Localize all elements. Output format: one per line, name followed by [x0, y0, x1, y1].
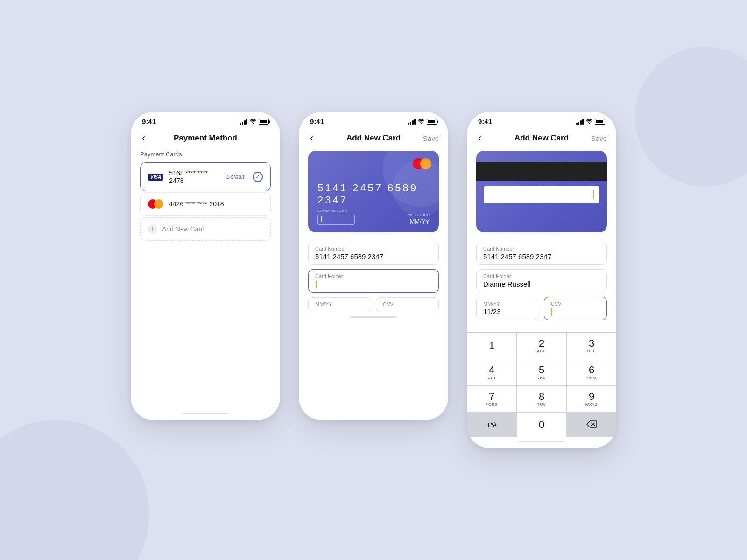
card-item-visa[interactable]: VISA 5168 **** **** 2478 Default ✓: [140, 162, 271, 191]
save-button-2[interactable]: Save: [423, 134, 439, 142]
cvv-field-cursor: [551, 308, 552, 316]
status-icons-3: [576, 119, 606, 125]
numpad-5-main: 5: [539, 365, 544, 375]
numpad-9-sub: WXYZ: [585, 402, 598, 406]
card-holder-value-3: Dianne Russell: [483, 280, 600, 288]
numpad-key-8[interactable]: 8 TUV: [517, 386, 566, 412]
numpad-0-main: 0: [539, 420, 544, 430]
form-phone-2: Card Number 5141 2457 6589 2347 Card Hol…: [299, 242, 448, 312]
wifi-icon-3: [586, 119, 592, 125]
numpad-key-3[interactable]: 3 DEF: [567, 333, 616, 359]
card-number-label-2: Card Number: [315, 246, 432, 252]
card-cvv-area: [484, 186, 599, 203]
status-icons-1: [240, 119, 269, 125]
back-button-1[interactable]: ‹: [140, 131, 147, 145]
phone-2: 9:41 ‹ Add New Card Save: [299, 112, 448, 420]
numpad-key-1[interactable]: 1: [467, 333, 516, 359]
numpad-4-main: 4: [489, 365, 494, 375]
card-number-field-3[interactable]: Card Number 5141 2457 6589 2347: [476, 242, 607, 265]
wifi-icon-2: [418, 119, 424, 125]
signal-icon-3: [576, 119, 584, 125]
numpad-9-main: 9: [589, 392, 594, 402]
numpad-key-2[interactable]: 2 ABC: [517, 333, 566, 359]
numpad-1-main: 1: [489, 341, 494, 351]
card-number-mc: 4426 **** **** 2018: [169, 200, 263, 208]
check-icon: ✓: [253, 172, 263, 182]
mmyy-field-2[interactable]: MM/YY: [308, 297, 371, 312]
card-magnetic-stripe: [476, 162, 607, 181]
cvv-value-3: [551, 308, 600, 316]
mmyy-field-3[interactable]: MM/YY 11/23: [476, 297, 539, 320]
numpad-2-main: 2: [539, 338, 544, 349]
section-label: Payment Cards: [140, 151, 271, 158]
card-holder-field-3[interactable]: Card Holder Dianne Russell: [476, 269, 607, 292]
numpad-8-sub: TUV: [537, 402, 546, 406]
cvv-label-2: CVV: [383, 301, 432, 307]
card-holder-input-display: [317, 214, 355, 225]
numpad-7-main: 7: [489, 392, 494, 402]
signal-icon-2: [408, 119, 416, 125]
screen-title-3: Add New Card: [514, 133, 569, 143]
status-time-1: 9:41: [142, 118, 156, 126]
battery-icon-2: [427, 119, 437, 125]
status-bar-1: 9:41: [131, 112, 280, 127]
card-number-label-3: Card Number: [483, 246, 600, 252]
card-item-mastercard[interactable]: 4426 **** **** 2018: [140, 192, 271, 216]
status-icons-2: [408, 119, 437, 125]
cvv-label-3: CVV: [551, 301, 600, 307]
card-number-field-2[interactable]: Card Number 5141 2457 6589 2347: [308, 242, 439, 265]
back-button-2[interactable]: ‹: [308, 131, 315, 145]
page-wrapper: 9:41 ‹ Payment Method Payment Cards: [112, 84, 635, 476]
card-holder-label-3: Card Holder: [483, 273, 600, 279]
wifi-icon: [250, 119, 256, 125]
battery-icon: [259, 119, 269, 125]
nav-header-1: ‹ Payment Method: [131, 127, 280, 151]
cvv-cursor: [593, 190, 594, 199]
numpad-key-5[interactable]: 5 JKL: [517, 359, 566, 385]
numpad-key-special[interactable]: +*#: [467, 413, 516, 437]
back-button-3[interactable]: ‹: [476, 131, 483, 145]
card-visual-back: [476, 151, 607, 232]
numpad-key-6[interactable]: 6 MNO: [567, 359, 616, 385]
card-bottom: CARD HOLDER VALID THRU MM/YY: [317, 209, 430, 225]
cvv-field-3[interactable]: CVV: [544, 297, 607, 320]
card-holder-label-2: Card Holder: [315, 273, 432, 279]
numpad-8-main: 8: [539, 392, 544, 402]
add-new-card-button[interactable]: + Add New Card: [140, 217, 271, 241]
valid-thru-label: VALID THRU: [408, 213, 430, 217]
numpad: 1 2 ABC 3 DEF 4 GHI 5 JKL 6 MNO: [467, 332, 616, 437]
mmyy-label-3: MM/YY: [483, 301, 532, 307]
card-mc-logo: [413, 158, 431, 169]
home-indicator-2: [299, 312, 448, 323]
numpad-5-sub: JKL: [538, 376, 546, 380]
numpad-key-4[interactable]: 4 GHI: [467, 359, 516, 385]
screen-1-content: Payment Cards VISA 5168 **** **** 2478 D…: [131, 151, 280, 409]
nav-header-2: ‹ Add New Card Save: [299, 127, 448, 151]
save-button-3[interactable]: Save: [591, 134, 607, 142]
card-cursor: [321, 216, 322, 222]
card-holder-field: CARD HOLDER: [317, 209, 355, 225]
numpad-key-9[interactable]: 9 WXYZ: [567, 386, 616, 412]
fields-row-3: MM/YY 11/23 CVV: [476, 297, 607, 320]
card-valid-field: VALID THRU MM/YY: [408, 213, 430, 225]
numpad-7-sub: PQRS: [486, 402, 498, 406]
numpad-4-sub: GHI: [487, 376, 495, 380]
card-holder-value-2: [315, 280, 432, 288]
mmyy-value-3: 11/23: [483, 308, 532, 315]
numpad-key-7[interactable]: 7 PQRS: [467, 386, 516, 412]
numpad-3-sub: DEF: [587, 349, 596, 353]
form-phone-3: Card Number 5141 2457 6589 2347 Card Hol…: [467, 242, 616, 320]
cvv-field-2[interactable]: CVV: [376, 297, 439, 312]
numpad-2-sub: ABC: [537, 349, 546, 353]
field-cursor-2: [316, 281, 317, 288]
numpad-key-0[interactable]: 0: [517, 413, 566, 437]
screen-title-2: Add New Card: [346, 133, 401, 143]
status-time-2: 9:41: [310, 118, 324, 126]
card-holder-field-2[interactable]: Card Holder: [308, 269, 439, 293]
status-bar-2: 9:41: [299, 112, 448, 127]
status-time-3: 9:41: [478, 118, 492, 126]
card-display-number: 5141 2457 6589 2347: [317, 182, 439, 206]
numpad-key-delete[interactable]: [567, 413, 616, 437]
battery-icon-3: [595, 119, 605, 125]
card-holder-label: CARD HOLDER: [317, 209, 355, 213]
